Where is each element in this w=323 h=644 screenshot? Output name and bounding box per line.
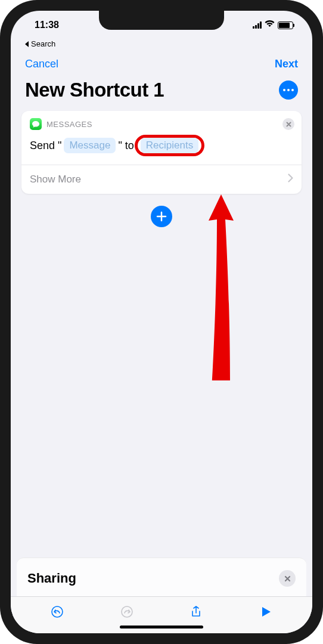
sheet-title: Sharing <box>27 571 76 586</box>
remove-action-button[interactable] <box>282 118 294 130</box>
status-time: 11:38 <box>35 20 59 30</box>
home-indicator[interactable] <box>120 626 203 628</box>
title-row: New Shortcut 1 <box>11 79 312 111</box>
back-search-label: Search <box>31 39 55 48</box>
more-button[interactable] <box>279 80 298 100</box>
screen: 11:38 Search Cancel Next New Shortcut 1 <box>11 11 312 633</box>
battery-icon <box>278 21 293 29</box>
undo-button[interactable] <box>45 605 69 618</box>
show-more-row[interactable]: Show More <box>21 165 302 194</box>
redo-button <box>115 605 139 618</box>
signal-icon <box>253 21 262 29</box>
chevron-right-icon <box>288 174 293 185</box>
app-label: MESSAGES <box>46 120 92 129</box>
recipients-token[interactable]: Recipients <box>141 138 198 153</box>
play-button[interactable] <box>254 605 278 618</box>
messages-app-icon <box>30 118 42 130</box>
highlight-annotation: Recipients <box>135 135 204 156</box>
wifi-icon <box>265 20 275 30</box>
notch <box>99 11 224 30</box>
add-action-button[interactable] <box>151 206 172 227</box>
message-token[interactable]: Message <box>64 138 116 153</box>
sharing-sheet[interactable]: Sharing <box>17 558 306 596</box>
phone-frame: 11:38 Search Cancel Next New Shortcut 1 <box>0 0 323 644</box>
page-title: New Shortcut 1 <box>25 79 164 101</box>
status-indicators <box>253 20 293 30</box>
action-body: Send " Message " to Recipients <box>21 135 302 165</box>
svg-point-0 <box>52 606 63 617</box>
show-more-label: Show More <box>30 174 81 185</box>
svg-point-1 <box>122 606 132 617</box>
action-text-prefix: Send " <box>30 140 61 152</box>
action-text-middle: " to <box>118 140 133 152</box>
share-button[interactable] <box>184 605 208 618</box>
nav-bar: Cancel Next <box>11 52 312 79</box>
next-button[interactable]: Next <box>275 58 298 70</box>
card-header: MESSAGES <box>21 111 302 135</box>
action-card: MESSAGES Send " Message " to Recipients … <box>21 111 302 194</box>
cancel-button[interactable]: Cancel <box>25 58 58 70</box>
arrow-annotation <box>200 184 242 389</box>
sheet-close-button[interactable] <box>279 570 296 587</box>
back-to-search[interactable]: Search <box>11 39 312 52</box>
